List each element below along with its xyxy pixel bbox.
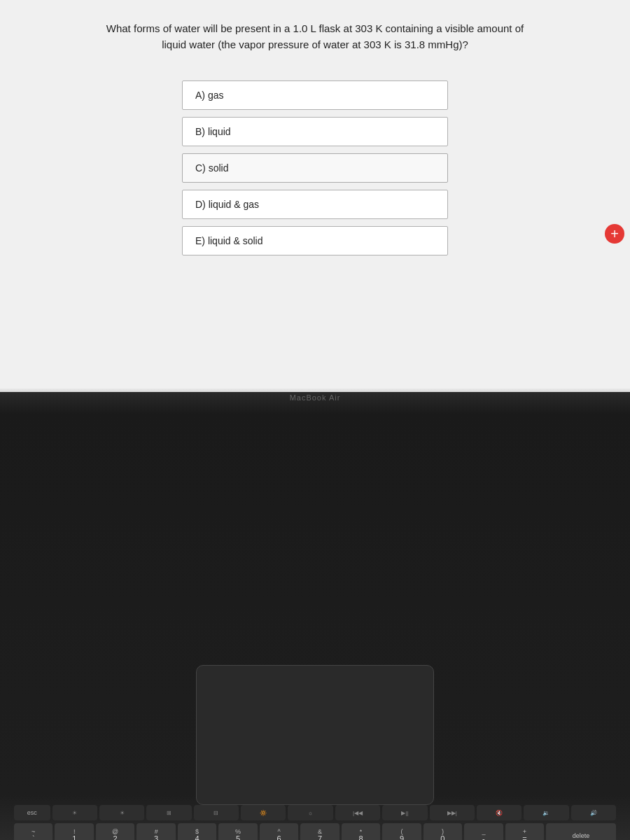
option-a[interactable]: A) gas [182,80,448,110]
key-f7[interactable]: |◀◀ [335,805,380,820]
key-f5[interactable]: 🔆 [241,805,286,820]
key-minus[interactable]: _- [464,823,503,840]
option-b[interactable]: B) liquid [182,117,448,146]
key-esc[interactable]: esc [14,805,50,820]
key-backtick[interactable]: ~` [14,823,52,840]
option-e[interactable]: E) liquid & solid [182,226,448,255]
screen: What forms of water will be present in a… [0,0,630,406]
plus-button[interactable]: + [605,224,624,244]
number-row: ~` !1 @2 #3 $4 %5 ^6 &7 [14,823,616,840]
key-7[interactable]: &7 [300,823,339,840]
key-f8[interactable]: ▶|| [382,805,427,820]
key-2[interactable]: @2 [96,823,134,840]
macbook-label: MacBook Air [290,393,341,402]
key-f4[interactable]: ⊟ [194,805,239,820]
key-4[interactable]: $4 [178,823,216,840]
key-f11[interactable]: 🔉 [524,805,568,820]
key-f1[interactable]: ☀ [52,805,97,820]
key-equals[interactable]: += [505,823,544,840]
key-f10[interactable]: 🔇 [477,805,522,820]
options-container: A) gas B) liquid C) solid D) liquid & ga… [182,80,448,255]
key-0[interactable]: )0 [424,823,462,840]
key-8[interactable]: *8 [342,823,380,840]
macbook-body: esc ☀ ☀ ⊞ ⊟ 🔆 ☼ |◀◀ ▶|| ▶▶| 🔇 🔉 🔊 ~` !1 … [0,392,630,840]
key-5[interactable]: %5 [218,823,257,840]
key-f2[interactable]: ☀ [99,805,144,820]
key-f6[interactable]: ☼ [288,805,332,820]
key-3[interactable]: #3 [136,823,175,840]
key-f12[interactable]: 🔊 [571,805,616,820]
trackpad[interactable] [196,665,434,805]
question-text: What forms of water will be present in a… [105,21,525,52]
key-f9[interactable]: ▶▶| [430,805,475,820]
option-c[interactable]: C) solid [182,153,448,183]
key-delete[interactable]: delete [546,823,616,840]
fn-row: esc ☀ ☀ ⊞ ⊟ 🔆 ☼ |◀◀ ▶|| ▶▶| 🔇 🔉 🔊 [14,805,616,820]
key-9[interactable]: (9 [382,823,421,840]
option-d[interactable]: D) liquid & gas [182,190,448,219]
key-6[interactable]: ^6 [260,823,298,840]
key-f3[interactable]: ⊞ [146,805,191,820]
key-1[interactable]: !1 [55,823,93,840]
